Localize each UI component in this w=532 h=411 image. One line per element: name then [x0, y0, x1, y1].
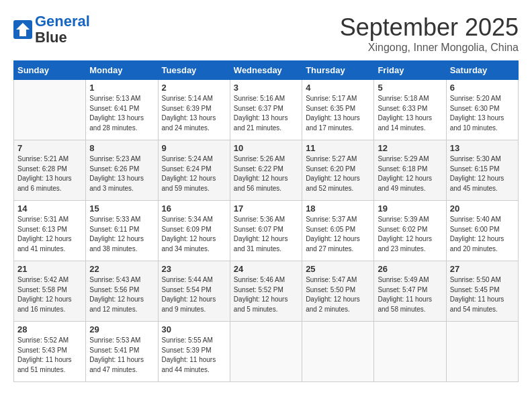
day-info: Sunrise: 5:39 AM Sunset: 6:02 PM Dayligh… [378, 215, 442, 254]
day-number: 28 [17, 324, 82, 334]
day-info: Sunrise: 5:50 AM Sunset: 5:45 PM Dayligh… [450, 275, 515, 314]
day-number: 20 [450, 203, 515, 214]
day-number: 7 [17, 143, 82, 153]
day-number: 17 [234, 203, 298, 214]
day-info: Sunrise: 5:14 AM Sunset: 6:39 PM Dayligh… [162, 94, 226, 133]
calendar-week-row: 14Sunrise: 5:31 AM Sunset: 6:13 PM Dayli… [14, 201, 519, 261]
calendar-cell [230, 322, 302, 382]
day-number: 14 [17, 203, 82, 214]
calendar-cell [302, 322, 374, 382]
weekday-header-sunday: Sunday [14, 61, 86, 80]
calendar-cell: 5Sunrise: 5:18 AM Sunset: 6:33 PM Daylig… [374, 80, 446, 140]
calendar-cell: 17Sunrise: 5:36 AM Sunset: 6:07 PM Dayli… [230, 201, 302, 261]
day-info: Sunrise: 5:33 AM Sunset: 6:11 PM Dayligh… [89, 215, 154, 254]
calendar-table: SundayMondayTuesdayWednesdayThursdayFrid… [13, 60, 519, 382]
calendar-week-row: 7Sunrise: 5:21 AM Sunset: 6:28 PM Daylig… [14, 140, 519, 201]
day-number: 15 [89, 203, 154, 214]
logo-line2: Blue [35, 29, 67, 46]
day-info: Sunrise: 5:46 AM Sunset: 5:52 PM Dayligh… [234, 275, 298, 314]
day-number: 13 [450, 143, 515, 153]
calendar-cell: 7Sunrise: 5:21 AM Sunset: 6:28 PM Daylig… [14, 140, 86, 201]
calendar-cell [446, 322, 518, 382]
day-number: 2 [162, 83, 226, 93]
calendar-cell: 27Sunrise: 5:50 AM Sunset: 5:45 PM Dayli… [446, 261, 518, 322]
day-info: Sunrise: 5:55 AM Sunset: 5:39 PM Dayligh… [162, 336, 226, 375]
page-header: General Blue September 2025 Xingong, Inn… [13, 13, 519, 54]
weekday-header-tuesday: Tuesday [158, 61, 230, 80]
day-number: 27 [450, 264, 515, 274]
day-number: 21 [17, 264, 82, 274]
calendar-cell: 13Sunrise: 5:30 AM Sunset: 6:15 PM Dayli… [446, 140, 518, 201]
month-title: September 2025 [340, 13, 519, 42]
calendar-cell: 14Sunrise: 5:31 AM Sunset: 6:13 PM Dayli… [14, 201, 86, 261]
day-info: Sunrise: 5:18 AM Sunset: 6:33 PM Dayligh… [378, 94, 442, 133]
calendar-cell [14, 80, 86, 140]
calendar-cell: 8Sunrise: 5:23 AM Sunset: 6:26 PM Daylig… [86, 140, 158, 201]
day-number: 23 [162, 264, 226, 274]
day-info: Sunrise: 5:53 AM Sunset: 5:41 PM Dayligh… [89, 336, 154, 375]
day-info: Sunrise: 5:21 AM Sunset: 6:28 PM Dayligh… [17, 154, 82, 193]
day-info: Sunrise: 5:44 AM Sunset: 5:54 PM Dayligh… [162, 275, 226, 314]
day-info: Sunrise: 5:20 AM Sunset: 6:30 PM Dayligh… [450, 94, 515, 133]
weekday-header-monday: Monday [86, 61, 158, 80]
day-number: 29 [89, 324, 154, 334]
day-info: Sunrise: 5:17 AM Sunset: 6:35 PM Dayligh… [306, 94, 370, 133]
calendar-cell: 21Sunrise: 5:42 AM Sunset: 5:58 PM Dayli… [14, 261, 86, 322]
weekday-header-saturday: Saturday [446, 61, 518, 80]
day-number: 22 [89, 264, 154, 274]
calendar-cell: 28Sunrise: 5:52 AM Sunset: 5:43 PM Dayli… [14, 322, 86, 382]
calendar-cell: 12Sunrise: 5:29 AM Sunset: 6:18 PM Dayli… [374, 140, 446, 201]
logo-line1: General [35, 13, 90, 30]
day-number: 26 [378, 264, 442, 274]
day-number: 12 [378, 143, 442, 153]
logo: General Blue [13, 13, 90, 46]
title-block: September 2025 Xingong, Inner Mongolia, … [340, 13, 519, 54]
calendar-cell: 4Sunrise: 5:17 AM Sunset: 6:35 PM Daylig… [302, 80, 374, 140]
calendar-cell: 19Sunrise: 5:39 AM Sunset: 6:02 PM Dayli… [374, 201, 446, 261]
calendar-cell: 18Sunrise: 5:37 AM Sunset: 6:05 PM Dayli… [302, 201, 374, 261]
day-info: Sunrise: 5:26 AM Sunset: 6:22 PM Dayligh… [234, 154, 298, 193]
weekday-header-wednesday: Wednesday [230, 61, 302, 80]
calendar-cell: 15Sunrise: 5:33 AM Sunset: 6:11 PM Dayli… [86, 201, 158, 261]
day-info: Sunrise: 5:43 AM Sunset: 5:56 PM Dayligh… [89, 275, 154, 314]
location-subtitle: Xingong, Inner Mongolia, China [340, 42, 519, 54]
day-info: Sunrise: 5:37 AM Sunset: 6:05 PM Dayligh… [306, 215, 370, 254]
day-number: 11 [306, 143, 370, 153]
day-number: 9 [162, 143, 226, 153]
day-number: 18 [306, 203, 370, 214]
logo-icon [13, 20, 32, 39]
calendar-cell: 6Sunrise: 5:20 AM Sunset: 6:30 PM Daylig… [446, 80, 518, 140]
calendar-cell: 3Sunrise: 5:16 AM Sunset: 6:37 PM Daylig… [230, 80, 302, 140]
day-info: Sunrise: 5:27 AM Sunset: 6:20 PM Dayligh… [306, 154, 370, 193]
day-number: 19 [378, 203, 442, 214]
calendar-week-row: 21Sunrise: 5:42 AM Sunset: 5:58 PM Dayli… [14, 261, 519, 322]
day-number: 6 [450, 83, 515, 93]
day-number: 30 [162, 324, 226, 334]
day-info: Sunrise: 5:42 AM Sunset: 5:58 PM Dayligh… [17, 275, 82, 314]
day-info: Sunrise: 5:34 AM Sunset: 6:09 PM Dayligh… [162, 215, 226, 254]
calendar-cell: 1Sunrise: 5:13 AM Sunset: 6:41 PM Daylig… [86, 80, 158, 140]
calendar-cell: 11Sunrise: 5:27 AM Sunset: 6:20 PM Dayli… [302, 140, 374, 201]
weekday-header-row: SundayMondayTuesdayWednesdayThursdayFrid… [14, 61, 519, 80]
day-info: Sunrise: 5:24 AM Sunset: 6:24 PM Dayligh… [162, 154, 226, 193]
day-number: 5 [378, 83, 442, 93]
calendar-week-row: 1Sunrise: 5:13 AM Sunset: 6:41 PM Daylig… [14, 80, 519, 140]
day-info: Sunrise: 5:36 AM Sunset: 6:07 PM Dayligh… [234, 215, 298, 254]
calendar-cell: 9Sunrise: 5:24 AM Sunset: 6:24 PM Daylig… [158, 140, 230, 201]
day-number: 3 [234, 83, 298, 93]
day-info: Sunrise: 5:23 AM Sunset: 6:26 PM Dayligh… [89, 154, 154, 193]
day-info: Sunrise: 5:30 AM Sunset: 6:15 PM Dayligh… [450, 154, 515, 193]
day-info: Sunrise: 5:40 AM Sunset: 6:00 PM Dayligh… [450, 215, 515, 254]
day-info: Sunrise: 5:31 AM Sunset: 6:13 PM Dayligh… [17, 215, 82, 254]
day-info: Sunrise: 5:29 AM Sunset: 6:18 PM Dayligh… [378, 154, 442, 193]
day-info: Sunrise: 5:16 AM Sunset: 6:37 PM Dayligh… [234, 94, 298, 133]
day-number: 8 [89, 143, 154, 153]
calendar-cell: 24Sunrise: 5:46 AM Sunset: 5:52 PM Dayli… [230, 261, 302, 322]
day-number: 4 [306, 83, 370, 93]
day-number: 25 [306, 264, 370, 274]
calendar-cell: 10Sunrise: 5:26 AM Sunset: 6:22 PM Dayli… [230, 140, 302, 201]
calendar-cell: 26Sunrise: 5:49 AM Sunset: 5:47 PM Dayli… [374, 261, 446, 322]
calendar-cell: 23Sunrise: 5:44 AM Sunset: 5:54 PM Dayli… [158, 261, 230, 322]
day-number: 10 [234, 143, 298, 153]
calendar-cell: 2Sunrise: 5:14 AM Sunset: 6:39 PM Daylig… [158, 80, 230, 140]
